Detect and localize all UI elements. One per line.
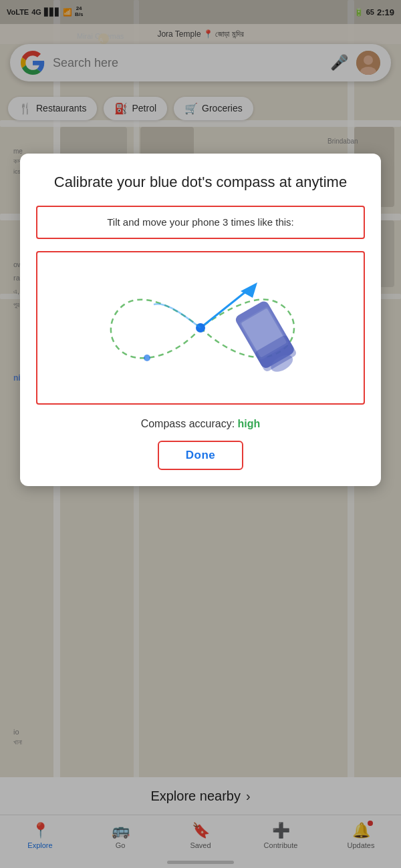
svg-point-42	[144, 355, 150, 361]
modal-title: Calibrate your blue dot's compass at any…	[36, 172, 365, 192]
accuracy-label: Compass accuracy:	[141, 418, 235, 429]
done-button[interactable]: Done	[158, 441, 244, 470]
accuracy-row: Compass accuracy: high	[36, 418, 365, 430]
done-button-container: Done	[36, 441, 365, 470]
compass-animation	[37, 252, 364, 403]
modal-instruction-box: Tilt and move your phone 3 times like th…	[36, 206, 365, 240]
accuracy-value: high	[238, 418, 261, 429]
modal-image-box	[36, 251, 365, 405]
calibrate-modal: Calibrate your blue dot's compass at any…	[20, 154, 381, 486]
modal-instruction-text: Tilt and move your phone 3 times like th…	[107, 216, 294, 228]
